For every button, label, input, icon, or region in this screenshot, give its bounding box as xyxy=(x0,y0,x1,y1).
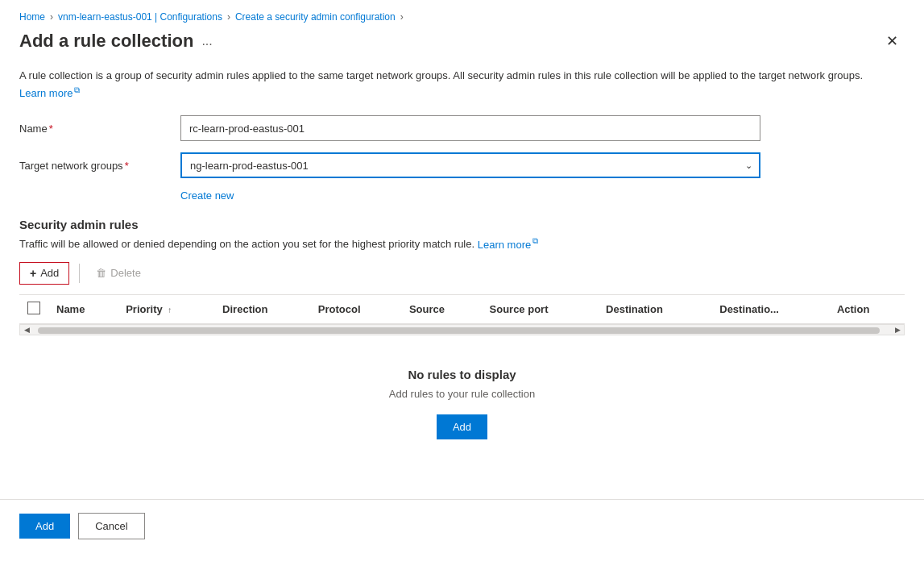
ext-link-icon-security: ⧉ xyxy=(532,236,538,245)
col-destination: Destination xyxy=(598,295,711,324)
create-new-link[interactable]: Create new xyxy=(180,189,905,202)
panel-title-group: Add a rule collection ... xyxy=(19,31,213,52)
footer-cancel-button[interactable]: Cancel xyxy=(78,513,144,539)
description-learn-more-link[interactable]: Learn more⧉ xyxy=(19,87,80,99)
rules-table: Name Priority ↑ Direction Protocol Sourc… xyxy=(19,295,905,324)
target-required-star: * xyxy=(125,160,129,172)
empty-subtitle: Add rules to your rule collection xyxy=(19,388,905,400)
ext-link-icon-desc: ⧉ xyxy=(74,85,80,94)
col-name: Name xyxy=(48,295,118,324)
security-section-title: Security admin rules xyxy=(19,218,905,231)
plus-icon: + xyxy=(30,267,36,280)
col-source-port: Source port xyxy=(482,295,599,324)
col-action: Action xyxy=(829,295,905,324)
delete-label: Delete xyxy=(110,267,141,279)
page-title: Add a rule collection xyxy=(19,31,193,52)
col-priority[interactable]: Priority ↑ xyxy=(118,295,214,324)
breadcrumb-configurations[interactable]: vnm-learn-eastus-001 | Configurations xyxy=(58,11,222,23)
security-learn-more-link[interactable]: Learn more⧉ xyxy=(478,239,538,251)
target-label: Target network groups* xyxy=(19,160,180,172)
rules-table-wrapper: Name Priority ↑ Direction Protocol Sourc… xyxy=(19,294,905,324)
add-rule-label: Add xyxy=(40,267,59,279)
close-button[interactable]: ✕ xyxy=(880,31,905,52)
security-section-desc: Traffic will be allowed or denied depend… xyxy=(19,236,905,250)
name-required-star: * xyxy=(49,123,53,135)
panel-container: Add a rule collection ... ✕ A rule colle… xyxy=(0,31,924,483)
scroll-left-arrow[interactable]: ◀ xyxy=(20,324,33,335)
description-text: A rule collection is a group of security… xyxy=(19,68,865,101)
table-header: Name Priority ↑ Direction Protocol Sourc… xyxy=(19,295,905,324)
empty-add-button[interactable]: Add xyxy=(437,414,487,439)
col-checkbox[interactable] xyxy=(19,295,48,324)
breadcrumb-chevron-3: › xyxy=(400,11,404,23)
footer-divider xyxy=(0,499,924,500)
horizontal-scrollbar[interactable]: ◀ ▶ xyxy=(19,324,905,335)
toolbar-divider xyxy=(79,264,80,283)
breadcrumb-home[interactable]: Home xyxy=(19,11,45,23)
rules-toolbar: + Add 🗑 Delete xyxy=(19,262,905,285)
delete-rule-button[interactable]: 🗑 Delete xyxy=(89,263,147,283)
breadcrumb-create-config[interactable]: Create a security admin configuration xyxy=(235,11,396,23)
col-protocol: Protocol xyxy=(310,295,401,324)
priority-sort-icon: ↑ xyxy=(168,306,172,314)
target-dropdown-wrapper: ng-learn-prod-eastus-001 ⌄ xyxy=(180,152,760,178)
name-field-row: Name* xyxy=(19,115,905,141)
col-direction: Direction xyxy=(214,295,310,324)
target-network-groups-row: Target network groups* ng-learn-prod-eas… xyxy=(19,152,905,178)
ellipsis-menu[interactable]: ... xyxy=(201,34,212,48)
col-destination-port: Destinatio... xyxy=(711,295,829,324)
footer-add-button[interactable]: Add xyxy=(19,514,70,539)
select-all-checkbox[interactable] xyxy=(27,302,40,314)
col-source: Source xyxy=(401,295,482,324)
scroll-thumb[interactable] xyxy=(38,327,880,334)
scroll-right-arrow[interactable]: ▶ xyxy=(891,324,904,335)
breadcrumb: Home › vnm-learn-eastus-001 | Configurat… xyxy=(0,0,924,31)
name-input[interactable] xyxy=(180,115,760,141)
footer-actions: Add Cancel xyxy=(0,513,924,556)
target-dropdown[interactable]: ng-learn-prod-eastus-001 xyxy=(180,152,760,178)
breadcrumb-chevron-2: › xyxy=(227,11,230,23)
breadcrumb-chevron-1: › xyxy=(50,11,53,23)
empty-state: No rules to display Add rules to your ru… xyxy=(19,335,905,464)
add-rule-button[interactable]: + Add xyxy=(19,262,69,285)
panel-header: Add a rule collection ... ✕ xyxy=(19,31,905,52)
delete-icon: 🗑 xyxy=(96,267,106,279)
name-label: Name* xyxy=(19,123,180,135)
empty-title: No rules to display xyxy=(19,368,905,381)
